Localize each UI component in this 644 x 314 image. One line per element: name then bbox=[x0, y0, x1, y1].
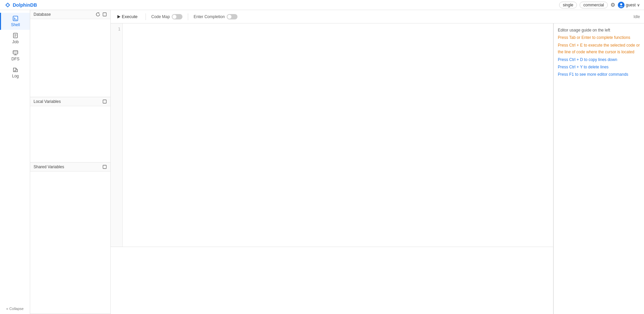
user-name: guest bbox=[626, 3, 636, 7]
sidebar-bottom: « Collapse bbox=[0, 303, 30, 314]
shared-variables-title: Shared Variables bbox=[34, 165, 64, 169]
sidebar-item-dfs-label: DFS bbox=[11, 57, 19, 61]
line-num-1: 1 bbox=[111, 26, 120, 33]
shell-icon bbox=[12, 15, 18, 21]
left-panel: Database bbox=[30, 10, 111, 314]
sidebar-item-log[interactable]: Log bbox=[0, 64, 30, 81]
log-icon bbox=[12, 67, 18, 73]
enter-completion-toggle-group: Enter Completion bbox=[194, 14, 237, 19]
editor-output bbox=[111, 247, 553, 314]
enter-completion-toggle[interactable] bbox=[227, 14, 237, 19]
execute-button[interactable]: Execute bbox=[115, 13, 140, 20]
sidebar-item-shell[interactable]: Shell bbox=[0, 13, 30, 30]
code-editor[interactable] bbox=[123, 23, 553, 247]
top-right-controls: single commercial ⚙ guest ∨ bbox=[559, 2, 640, 8]
top-bar: DolphinDB single commercial ⚙ guest ∨ bbox=[0, 0, 644, 10]
dfs-icon bbox=[12, 50, 18, 56]
single-button[interactable]: single bbox=[559, 2, 577, 8]
help-line-4: Press Ctrl + Y to delete lines bbox=[558, 64, 640, 70]
svg-rect-15 bbox=[103, 165, 106, 169]
job-icon bbox=[12, 33, 18, 39]
database-content bbox=[30, 19, 110, 97]
toolbar: Execute Code Map Enter Completion Idle bbox=[111, 10, 644, 23]
collapse-label: Collapse bbox=[9, 307, 24, 311]
main-layout: Shell Job DFS bbox=[0, 10, 644, 314]
commercial-button[interactable]: commercial bbox=[580, 2, 607, 8]
sidebar-item-shell-label: Shell bbox=[11, 22, 20, 27]
sidebar-item-dfs[interactable]: DFS bbox=[0, 47, 30, 64]
svg-rect-14 bbox=[103, 100, 106, 103]
help-line-2: Press Ctrl + E to execute the selected c… bbox=[558, 42, 640, 56]
local-variables-header-icons bbox=[102, 99, 107, 104]
database-section: Database bbox=[30, 10, 110, 97]
help-line-1: Press Tab or Enter to complete functions bbox=[558, 34, 640, 41]
app-name: DolphinDB bbox=[13, 2, 37, 8]
enter-completion-label: Enter Completion bbox=[194, 14, 225, 19]
local-variables-title: Local Variables bbox=[34, 99, 61, 104]
local-variables-section: Local Variables bbox=[30, 97, 110, 163]
code-map-label: Code Map bbox=[151, 14, 170, 19]
database-refresh-icon[interactable] bbox=[96, 12, 100, 17]
sidebar: Shell Job DFS bbox=[0, 10, 30, 314]
user-avatar bbox=[618, 2, 625, 8]
local-variables-content bbox=[30, 106, 110, 162]
settings-icon[interactable]: ⚙ bbox=[610, 2, 615, 8]
user-chevron: ∨ bbox=[637, 3, 640, 7]
shared-variables-section: Shared Variables bbox=[30, 163, 110, 314]
help-line-5: Press F1 to see more editor commands bbox=[558, 71, 640, 78]
collapse-icon: « bbox=[6, 307, 8, 311]
logo: DolphinDB bbox=[4, 1, 37, 9]
code-area: Execute Code Map Enter Completion Idle 1 bbox=[111, 10, 644, 314]
database-expand-icon[interactable] bbox=[102, 12, 107, 17]
sidebar-item-job[interactable]: Job bbox=[0, 30, 30, 47]
shared-variables-expand-icon[interactable] bbox=[102, 165, 107, 169]
svg-point-0 bbox=[620, 3, 622, 5]
execute-label: Execute bbox=[122, 14, 138, 19]
database-header: Database bbox=[30, 10, 110, 19]
code-map-toggle[interactable] bbox=[172, 14, 182, 19]
database-header-icons bbox=[96, 12, 107, 17]
execute-icon bbox=[117, 15, 120, 18]
help-line-0: Editor usage guide on the left bbox=[558, 27, 640, 34]
shared-variables-content bbox=[30, 172, 110, 314]
help-panel: Editor usage guide on the left Press Tab… bbox=[553, 23, 644, 314]
svg-rect-13 bbox=[103, 13, 106, 16]
database-title: Database bbox=[34, 12, 51, 17]
logo-icon bbox=[4, 1, 11, 9]
shared-variables-header-icons bbox=[102, 165, 107, 169]
shared-variables-header: Shared Variables bbox=[30, 163, 110, 172]
line-numbers: 1 bbox=[111, 23, 123, 247]
code-map-toggle-group: Code Map bbox=[151, 14, 182, 19]
status-badge: Idle bbox=[634, 14, 640, 19]
toolbar-divider-1 bbox=[146, 13, 146, 20]
editor-top: 1 bbox=[111, 23, 553, 247]
local-variables-header: Local Variables bbox=[30, 97, 110, 106]
local-variables-expand-icon[interactable] bbox=[102, 99, 107, 104]
sidebar-item-log-label: Log bbox=[12, 74, 19, 78]
svg-rect-7 bbox=[13, 51, 18, 54]
collapse-button[interactable]: « Collapse bbox=[6, 307, 24, 311]
help-line-3: Press Ctrl + D to copy lines down bbox=[558, 56, 640, 63]
user-menu[interactable]: guest ∨ bbox=[618, 2, 640, 8]
toolbar-divider-2 bbox=[188, 13, 188, 20]
user-icon bbox=[619, 3, 624, 7]
editor-wrapper: 1 Editor usage guide on the left Press T… bbox=[111, 23, 644, 314]
editor-pane: 1 bbox=[111, 23, 553, 314]
sidebar-item-job-label: Job bbox=[12, 40, 18, 44]
svg-rect-1 bbox=[13, 16, 18, 21]
